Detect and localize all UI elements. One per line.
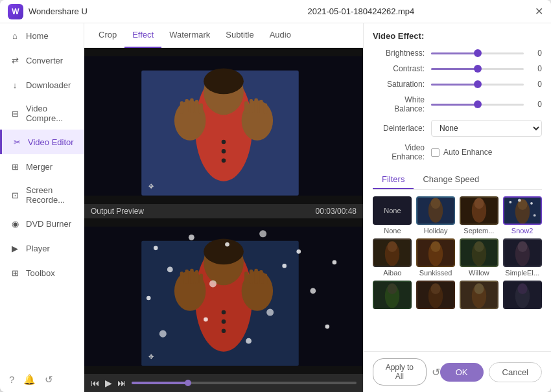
tab-crop[interactable]: Crop — [91, 23, 124, 48]
playback-controls: ⏮ ▶ ⏭ — [84, 374, 363, 392]
sidebar-item-dvd-burner[interactable]: ◉ DVD Burner — [0, 211, 84, 236]
filter-label-aibao: Aibao — [383, 269, 401, 277]
filter-item-row3a[interactable] — [373, 281, 412, 311]
skip-forward-button[interactable]: ⏭ — [117, 378, 126, 388]
filter-thumb-sunkissed — [416, 238, 455, 267]
svg-rect-12 — [244, 101, 248, 114]
tab-subtitle[interactable]: Subtitle — [218, 23, 261, 48]
svg-rect-10 — [195, 100, 199, 113]
filter-item-simpleel[interactable]: SimpleEl... — [502, 238, 542, 277]
tab-audio[interactable]: Audio — [262, 23, 299, 48]
filter-item-row3b[interactable] — [416, 281, 456, 311]
svg-point-63 — [474, 198, 484, 209]
tab-effect[interactable]: Effect — [124, 23, 161, 48]
sidebar-item-video-editor[interactable]: ✂ Video Editor — [0, 130, 84, 154]
filter-thumb-snow2 — [503, 196, 542, 225]
svg-point-39 — [222, 319, 226, 324]
sidebar-item-player[interactable]: ▶ Player — [0, 236, 84, 260]
tab-watermark[interactable]: Watermark — [161, 23, 218, 48]
filter-item-row3d[interactable] — [502, 281, 542, 311]
filter-thumb-septem — [460, 196, 498, 225]
deinterlace-select[interactable]: None Top Field First Bottom Field First — [431, 120, 542, 137]
reset-icon[interactable]: ↺ — [432, 366, 440, 378]
filter-item-willow[interactable]: Willow — [460, 238, 499, 277]
svg-point-91 — [474, 283, 484, 294]
white-balance-slider[interactable] — [431, 104, 524, 106]
svg-rect-35 — [254, 268, 258, 283]
filter-label-snow2: Snow2 — [511, 227, 533, 235]
play-button[interactable]: ▶ — [105, 378, 112, 388]
svg-point-40 — [222, 329, 226, 333]
deinterlace-label: Deinterlace: — [373, 124, 431, 133]
svg-point-45 — [296, 249, 301, 254]
notification-icon[interactable]: 🔔 — [23, 374, 36, 386]
svg-rect-37 — [264, 273, 268, 284]
filter-item-holiday[interactable]: Holiday — [416, 196, 456, 235]
svg-point-4 — [204, 68, 244, 94]
refresh-icon[interactable]: ↺ — [45, 374, 53, 386]
svg-rect-34 — [250, 269, 253, 283]
tab-filters[interactable]: Filters — [373, 170, 414, 189]
sidebar-item-video-compressor[interactable]: ⊟ Video Compre... — [0, 97, 84, 130]
filter-item-sunkissed[interactable]: Sunkissed — [416, 238, 456, 277]
saturation-slider[interactable] — [431, 84, 524, 86]
filter-thumb-row3a — [373, 281, 412, 309]
video-panel: Crop Effect Watermark Subtitle Audio — [84, 23, 363, 392]
progress-bar[interactable] — [132, 382, 357, 384]
sidebar-label-editor: Video Editor — [28, 137, 74, 147]
sidebar-item-downloader[interactable]: ↓ Downloader — [0, 73, 84, 97]
sidebar-item-merger[interactable]: ⊞ Merger — [0, 154, 84, 179]
saturation-fill — [431, 84, 478, 86]
filter-item-aibao[interactable]: Aibao — [373, 238, 412, 277]
filter-item-septem[interactable]: Septem... — [460, 196, 499, 235]
apply-to-all-button[interactable]: Apply to All — [373, 358, 427, 386]
svg-rect-31 — [195, 270, 199, 284]
svg-point-48 — [209, 280, 217, 287]
svg-point-52 — [159, 330, 167, 337]
skip-back-button[interactable]: ⏮ — [91, 378, 100, 388]
svg-point-68 — [518, 199, 521, 202]
video-tabs: Crop Effect Watermark Subtitle Audio — [84, 23, 363, 48]
output-label: Output Preview 00:03/00:48 — [84, 204, 363, 218]
svg-rect-7 — [180, 101, 184, 114]
svg-text:✥: ✥ — [148, 352, 154, 360]
help-icon[interactable]: ? — [9, 374, 14, 386]
svg-point-51 — [325, 324, 330, 329]
progress-fill — [132, 382, 188, 384]
sidebar: ⌂ Home ⇄ Converter ↓ Downloader ⊟ Video … — [0, 23, 84, 392]
filter-thumb-holiday — [416, 196, 455, 225]
svg-point-54 — [204, 317, 208, 321]
sidebar-label-compressor: Video Compre... — [26, 104, 75, 123]
preview-bottom-svg: ✥ — [84, 218, 363, 375]
saturation-thumb — [474, 80, 482, 88]
svg-rect-32 — [200, 273, 204, 284]
filter-item-none[interactable]: None None — [373, 196, 412, 235]
ok-button[interactable]: OK — [440, 363, 484, 382]
white-balance-row: White Balance: 0 — [373, 95, 542, 113]
filter-item-row3c[interactable] — [460, 281, 499, 311]
output-label-text: Output Preview — [91, 207, 144, 216]
filter-tabs: Filters Change Speed — [373, 170, 542, 190]
sidebar-item-toolbox[interactable]: ⊞ Toolbox — [0, 260, 84, 285]
svg-point-49 — [147, 295, 151, 300]
tab-change-speed[interactable]: Change Speed — [414, 170, 488, 189]
filter-grid: None None — [373, 196, 542, 311]
sidebar-item-home[interactable]: ⌂ Home — [0, 23, 84, 48]
enhance-label: Video Enhance: — [373, 143, 431, 161]
cancel-button[interactable]: Cancel — [489, 362, 542, 382]
contrast-slider[interactable] — [431, 68, 524, 70]
svg-rect-36 — [259, 270, 263, 284]
sidebar-item-screen-recorder[interactable]: ⊡ Screen Recorde... — [0, 179, 84, 211]
svg-point-42 — [189, 234, 194, 240]
auto-enhance-checkbox[interactable] — [431, 148, 440, 157]
close-button[interactable]: ✕ — [535, 5, 543, 17]
filter-thumb-row3d — [503, 281, 542, 309]
sidebar-bottom: ? 🔔 ↺ — [0, 367, 84, 392]
svg-rect-14 — [254, 98, 258, 113]
filter-item-snow2[interactable]: Snow2 — [502, 196, 542, 235]
sidebar-item-converter[interactable]: ⇄ Converter — [0, 48, 84, 73]
brightness-slider[interactable] — [431, 52, 524, 54]
converter-icon: ⇄ — [9, 54, 21, 66]
svg-point-46 — [167, 266, 173, 272]
filter-thumb-aibao — [373, 238, 412, 267]
